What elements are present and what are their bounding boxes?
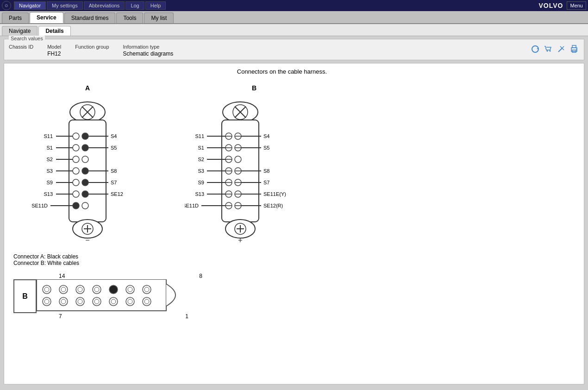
pin-bottom-numbers: 7 1	[59, 313, 188, 320]
tab-details[interactable]: Details	[38, 26, 70, 36]
svg-text:S7: S7	[263, 180, 269, 185]
connector-a-info: Connector A: Black cables	[13, 253, 550, 260]
connector-b-svg: S11 S1 S2 S3 S9 S13 SE11D S4 S5 S8 S7 SE…	[185, 94, 324, 247]
refresh-icon[interactable]	[530, 44, 540, 54]
svg-text:S13: S13	[44, 191, 53, 197]
tab-navigate[interactable]: Navigate	[2, 26, 38, 36]
svg-point-132	[109, 285, 118, 294]
connector-b-label: B	[185, 84, 324, 92]
model-label: Model	[47, 44, 61, 50]
svg-text:S8: S8	[111, 168, 117, 174]
svg-text:S2: S2	[47, 157, 53, 162]
tab-my-list[interactable]: My list	[144, 13, 174, 23]
nav-my-settings[interactable]: My settings	[47, 1, 83, 10]
svg-point-9	[576, 49, 577, 50]
svg-point-29	[82, 168, 88, 174]
svg-point-143	[93, 297, 101, 306]
svg-point-33	[82, 179, 88, 186]
nav-items: Navigator My settings Abbreviations Log …	[14, 1, 539, 10]
content-bottom-spacer	[13, 320, 550, 357]
svg-text:S7: S7	[111, 180, 117, 185]
chassis-id-label: Chassis ID	[9, 44, 33, 50]
svg-point-2	[550, 50, 551, 52]
sub-tab-bar: Navigate Details	[0, 24, 588, 36]
volvo-brand-logo: VOLVO	[539, 2, 563, 9]
connector-a-diagram: A	[27, 84, 148, 249]
menu-button[interactable]: Menu	[567, 1, 586, 10]
svg-point-21	[73, 145, 79, 151]
svg-line-4	[562, 46, 564, 48]
nav-abbreviations[interactable]: Abbreviations	[84, 1, 125, 10]
connector-b-info: Connector B: White cables	[13, 260, 550, 266]
info-type-value: Schematic diagrams	[123, 50, 174, 57]
wrench-icon[interactable]	[556, 44, 566, 54]
svg-text:S11: S11	[195, 133, 204, 139]
svg-point-1	[547, 50, 548, 52]
svg-text:S5: S5	[111, 145, 117, 151]
svg-text:SE11D: SE11D	[31, 203, 48, 208]
svg-text:S3: S3	[47, 168, 53, 174]
svg-point-32	[73, 179, 79, 186]
tab-parts[interactable]: Parts	[2, 13, 29, 23]
svg-point-135	[143, 285, 151, 294]
svg-point-126	[59, 285, 68, 294]
model-value: FH12	[47, 50, 61, 57]
connector-a-svg: S11 S1 S2 S3 S9 S13 SE11D S4 S5 S8 S7 SE…	[27, 94, 148, 247]
svg-point-128	[76, 285, 84, 294]
svg-text:SE11D: SE11D	[185, 203, 199, 208]
pin-top-numbers: 14 8	[59, 273, 202, 279]
top-nav-bar: ⊙ Navigator My settings Abbreviations Lo…	[0, 0, 588, 11]
toolbar-icons	[530, 44, 579, 54]
svg-text:S4: S4	[111, 133, 117, 139]
main-content-area[interactable]: Connectors on the cable harness. A	[4, 63, 584, 384]
svg-rect-123	[37, 279, 166, 311]
app-logo-icon: ⊙	[2, 1, 11, 10]
svg-text:S3: S3	[198, 168, 204, 174]
svg-point-133	[126, 285, 134, 294]
svg-text:S8: S8	[263, 168, 269, 174]
main-tab-bar: Parts Service Standard times Tools My li…	[0, 11, 588, 24]
svg-text:+: +	[238, 236, 242, 244]
svg-point-149	[143, 297, 151, 306]
svg-point-18	[82, 133, 88, 139]
model-field: Model FH12	[47, 44, 61, 57]
chassis-id-field: Chassis ID	[9, 44, 33, 50]
svg-point-124	[43, 285, 51, 294]
svg-point-22	[82, 145, 88, 151]
info-type-field: Information type Schematic diagrams	[123, 44, 174, 57]
nav-help[interactable]: Help	[145, 1, 166, 10]
svg-text:SE12(R): SE12(R)	[263, 203, 283, 208]
svg-point-36	[73, 191, 79, 197]
svg-point-79	[235, 156, 241, 163]
tab-tools[interactable]: Tools	[116, 13, 143, 23]
pin-top-left-num: 14	[59, 273, 65, 279]
svg-text:S2: S2	[198, 157, 204, 162]
svg-text:S1: S1	[198, 145, 204, 151]
svg-text:SE12: SE12	[111, 191, 123, 197]
svg-line-3	[558, 48, 562, 52]
cart-icon[interactable]	[543, 44, 553, 54]
svg-point-25	[73, 156, 79, 163]
svg-point-145	[109, 297, 118, 306]
pin-top-right-num: 8	[199, 273, 202, 279]
svg-text:S9: S9	[198, 180, 204, 185]
pin-b-label: B	[13, 279, 37, 313]
tab-service[interactable]: Service	[30, 12, 63, 23]
connector-a-label: A	[27, 84, 148, 92]
pin-grid-svg	[37, 279, 185, 312]
svg-point-147	[126, 297, 134, 306]
print-icon[interactable]	[569, 44, 579, 54]
search-fields-row: Chassis ID Model FH12 Function group Inf…	[9, 44, 579, 57]
nav-navigator[interactable]: Navigator	[14, 1, 46, 10]
tab-standard-times[interactable]: Standard times	[64, 13, 116, 23]
pin-bottom-left-num: 7	[59, 313, 62, 320]
svg-point-137	[43, 297, 51, 306]
connector-b-diagram: B	[185, 84, 324, 249]
svg-point-17	[73, 133, 79, 139]
nav-log[interactable]: Log	[125, 1, 144, 10]
search-panel-title: Search values	[9, 36, 45, 41]
connector-info: Connector A: Black cables Connector B: W…	[13, 253, 550, 266]
svg-point-37	[82, 191, 88, 197]
svg-text:SE11E(Y): SE11E(Y)	[263, 191, 286, 197]
svg-rect-7	[572, 45, 576, 48]
